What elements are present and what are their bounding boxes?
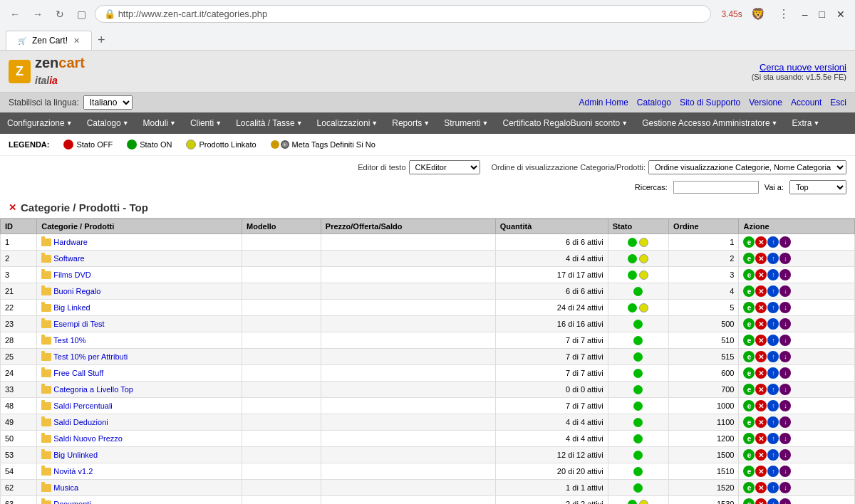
category-link[interactable]: Free Call Stuff [53,369,103,377]
edit-button[interactable]: e [743,335,755,346]
forward-button[interactable]: → [28,6,47,23]
edit-button[interactable]: e [743,466,755,477]
nav-localita-tasse[interactable]: Località / Tasse ▼ [229,112,309,134]
cell-name[interactable]: Films DVD [37,267,242,283]
edit-button[interactable]: e [743,384,755,395]
x-button[interactable]: ✕ [9,202,16,213]
category-link[interactable]: Documenti [53,500,91,504]
cell-name[interactable]: Novità v1.2 [37,463,242,480]
move-up-button[interactable]: ↑ [767,367,779,379]
nav-strumenti[interactable]: Strumenti ▼ [437,112,495,134]
cell-name[interactable]: Buoni Regalo [37,283,242,300]
cell-name[interactable]: Hardware [37,234,242,251]
move-down-button[interactable]: ↓ [779,384,791,395]
category-link[interactable]: Categoria a Livello Top [53,385,133,394]
category-link[interactable]: Novità v1.2 [53,467,93,476]
supporto-link[interactable]: Sito di Supporto [680,98,740,107]
delete-button[interactable]: ✕ [755,318,767,330]
refresh-button[interactable]: ↻ [51,6,68,23]
delete-button[interactable]: ✕ [755,285,767,297]
category-link[interactable]: Hardware [53,238,88,246]
nav-catalogo[interactable]: Catalogo ▼ [80,112,136,134]
delete-button[interactable]: ✕ [755,433,767,444]
cell-name[interactable]: Documenti [37,496,242,505]
move-up-button[interactable]: ↑ [767,416,779,428]
category-link[interactable]: Musica [53,483,78,492]
move-down-button[interactable]: ↓ [779,351,791,362]
edit-button[interactable]: e [743,433,755,444]
cell-name[interactable]: Esempi di Test [37,316,242,332]
back-button[interactable]: ← [6,6,24,23]
delete-button[interactable]: ✕ [755,466,767,477]
move-down-button[interactable]: ↓ [779,482,791,493]
nav-gestione[interactable]: Gestione Accesso Amministratore ▼ [635,112,784,134]
delete-button[interactable]: ✕ [755,335,767,346]
menu-button[interactable]: ⋮ [774,4,794,23]
category-link[interactable]: Saldi Deduzioni [53,418,108,426]
delete-button[interactable]: ✕ [755,400,767,411]
address-bar[interactable]: 🔒 http://www.zen-cart.it/categories.php [95,5,711,23]
nav-certificato[interactable]: Certificato RegaloBuoni sconto ▼ [495,112,635,134]
edit-button[interactable]: e [743,285,755,297]
nav-localizzazioni[interactable]: Localizzazioni ▼ [310,112,385,134]
delete-button[interactable]: ✕ [755,302,767,313]
category-link[interactable]: Esempi di Test [53,320,104,328]
delete-button[interactable]: ✕ [755,351,767,362]
home-button[interactable]: ▢ [73,6,90,23]
move-up-button[interactable]: ↑ [767,335,779,346]
category-link[interactable]: Films DVD [53,271,91,279]
cell-name[interactable]: Musica [37,480,242,496]
tab-close[interactable]: ✕ [73,36,80,46]
catalogo-link[interactable]: Catalogo [637,98,671,107]
delete-button[interactable]: ✕ [755,269,767,280]
account-link[interactable]: Account [791,98,822,107]
cell-name[interactable]: Saldi Deduzioni [37,414,242,431]
cell-name[interactable]: Big Linked [37,300,242,316]
editor-select[interactable]: CKEditor [409,160,480,174]
new-tab-button[interactable]: + [92,33,111,48]
edit-button[interactable]: e [743,318,755,330]
move-up-button[interactable]: ↑ [767,236,779,248]
move-up-button[interactable]: ↑ [767,285,779,297]
nav-configurazione[interactable]: Configurazione ▼ [0,112,80,134]
move-down-button[interactable]: ↓ [779,400,791,411]
move-up-button[interactable]: ↑ [767,318,779,330]
move-down-button[interactable]: ↓ [779,466,791,477]
category-link[interactable]: Buoni Regalo [53,287,100,295]
move-down-button[interactable]: ↓ [779,335,791,346]
move-down-button[interactable]: ↓ [779,253,791,264]
brave-icon[interactable]: 🦁 [747,4,770,23]
category-link[interactable]: Test 10% per Attributi [53,352,128,361]
delete-button[interactable]: ✕ [755,498,767,504]
move-down-button[interactable]: ↓ [779,269,791,280]
edit-button[interactable]: e [743,482,755,493]
move-up-button[interactable]: ↑ [767,449,779,461]
category-link[interactable]: Big Linked [53,303,90,312]
move-down-button[interactable]: ↓ [779,367,791,379]
delete-button[interactable]: ✕ [755,482,767,493]
edit-button[interactable]: e [743,367,755,379]
move-down-button[interactable]: ↓ [779,449,791,461]
move-down-button[interactable]: ↓ [779,416,791,428]
move-up-button[interactable]: ↑ [767,269,779,280]
move-down-button[interactable]: ↓ [779,318,791,330]
vai-select[interactable]: Top [789,180,846,194]
delete-button[interactable]: ✕ [755,449,767,461]
cell-name[interactable]: Software [37,251,242,267]
delete-button[interactable]: ✕ [755,384,767,395]
cerca-nuove-versioni-link[interactable]: Cerca nuove versioni [752,62,846,73]
category-link[interactable]: Saldi Percentuali [53,401,113,410]
search-input[interactable] [673,181,759,194]
order-select[interactable]: Ordine visualizzazione Categorie, Nome C… [648,160,846,174]
move-down-button[interactable]: ↓ [779,433,791,444]
nav-moduli[interactable]: Moduli ▼ [136,112,183,134]
move-down-button[interactable]: ↓ [779,498,791,504]
cell-name[interactable]: Test 10% [37,332,242,349]
move-up-button[interactable]: ↑ [767,384,779,395]
versione-link[interactable]: Versione [749,98,782,107]
edit-button[interactable]: e [743,302,755,313]
delete-button[interactable]: ✕ [755,416,767,428]
nav-clienti[interactable]: Clienti ▼ [183,112,229,134]
admin-home-link[interactable]: Admin Home [579,98,628,107]
move-down-button[interactable]: ↓ [779,302,791,313]
